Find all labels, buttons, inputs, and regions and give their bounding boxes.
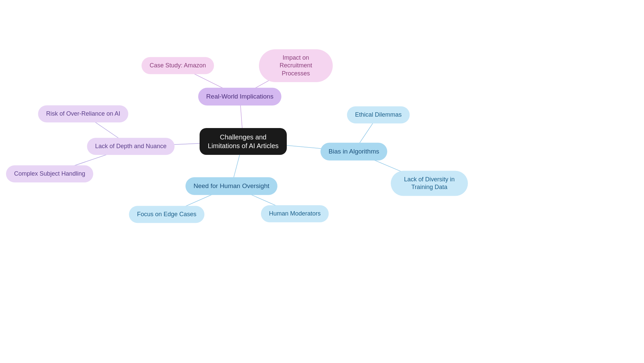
lack-diversity-node[interactable]: Lack of Diversity in Training Data — [391, 171, 468, 196]
mindmap-canvas: Challenges and Limitations of AI Article… — [0, 0, 644, 363]
risk-overreliance-node[interactable]: Risk of Over-Reliance on AI — [38, 105, 128, 122]
ethical-dilemmas-node[interactable]: Ethical Dilemmas — [347, 106, 410, 123]
bias-algorithms-node[interactable]: Bias in Algorithms — [320, 143, 387, 161]
complex-subject-node[interactable]: Complex Subject Handling — [6, 165, 93, 182]
human-oversight-node[interactable]: Need for Human Oversight — [185, 177, 277, 195]
focus-edge-cases-node[interactable]: Focus on Edge Cases — [129, 206, 204, 223]
center-node[interactable]: Challenges and Limitations of AI Article… — [200, 128, 287, 155]
case-study-amazon-node[interactable]: Case Study: Amazon — [142, 57, 214, 74]
human-moderators-node[interactable]: Human Moderators — [261, 205, 329, 222]
real-world-implications-node[interactable]: Real-World Implications — [198, 88, 281, 106]
lack-of-depth-node[interactable]: Lack of Depth and Nuance — [87, 138, 174, 155]
impact-recruitment-node[interactable]: Impact on Recruitment Processes — [259, 49, 333, 82]
